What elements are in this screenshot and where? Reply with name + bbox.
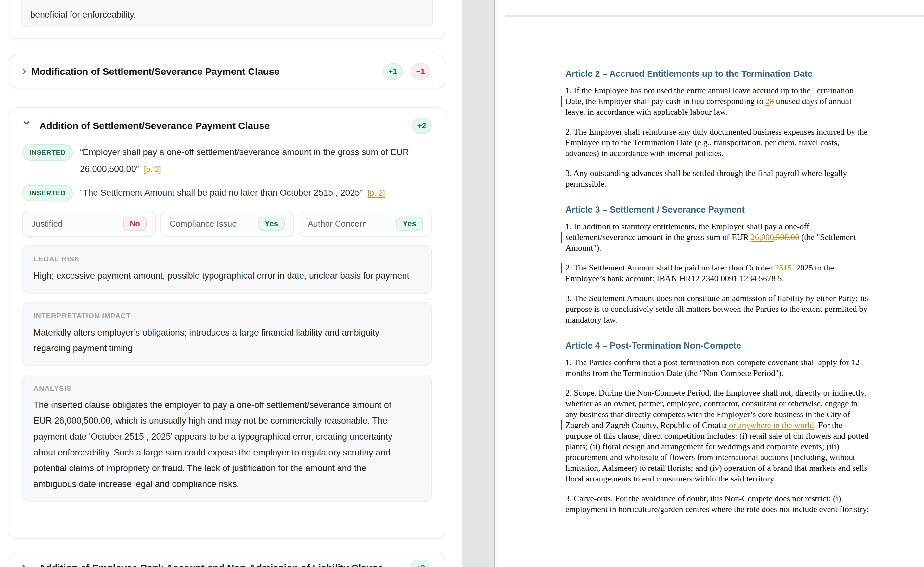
- bank-account-clause-card[interactable]: › Addition of Employee Bank Account and …: [9, 553, 446, 567]
- additions-badge: +2: [411, 560, 430, 567]
- article-3-paragraph-2: 2. The Settlement Amount shall be paid n…: [566, 262, 869, 284]
- change-bar: [561, 96, 562, 107]
- inserted-quote: “Employer shall pay a one-off settlement…: [80, 144, 432, 178]
- legal-risk-section: LEGAL RISK High; excessive payment amoun…: [22, 245, 432, 293]
- deleted-text: ,500.00: [774, 232, 799, 242]
- section-body: The inserted clause obligates the employ…: [33, 397, 410, 492]
- article-3-paragraph-1: 1. In addition to statutory entitlements…: [566, 221, 869, 253]
- flag-compliance-issue: Compliance Issue Yes: [160, 211, 294, 237]
- doc-text: 2. The Settlement Amount shall be paid n…: [566, 263, 775, 272]
- section-heading: LEGAL RISK: [33, 255, 421, 263]
- quote-text: “The Settlement Amount shall be paid no …: [80, 188, 363, 198]
- page-link[interactable]: [p. 2]: [368, 189, 385, 197]
- inserted-quote: “The Settlement Amount shall be paid no …: [80, 184, 385, 202]
- card-title: Addition of Settlement/Severance Payment…: [39, 120, 405, 131]
- document-page: Article 2 – Accrued Entitlements up to t…: [566, 17, 869, 524]
- inserted-badge: INSERTED: [22, 144, 73, 161]
- section-heading: INTERPRETATION IMPACT: [33, 312, 421, 320]
- inserted-quote-row: INSERTED “Employer shall pay a one-off s…: [22, 144, 432, 178]
- article-2-heading: Article 2 – Accrued Entitlements up to t…: [566, 68, 869, 79]
- inserted-quote-row: INSERTED “The Settlement Amount shall be…: [22, 184, 432, 202]
- document-panel[interactable]: Article 2 – Accrued Entitlements up to t…: [495, 0, 924, 567]
- change-bar: [561, 232, 562, 242]
- article-3-paragraph-3: 3. The Settlement Amount does not consti…: [566, 293, 869, 325]
- flag-author-concern: Author Concern Yes: [298, 211, 432, 237]
- change-count-badges: +1 −1: [383, 63, 430, 80]
- flag-justified: Justified No: [22, 211, 156, 237]
- article-4-paragraph-2: 2. Scope. During the Non-Compete Period,…: [566, 388, 869, 484]
- deletions-badge: −1: [411, 63, 430, 80]
- app-root: beneficial for enforceability. › Modific…: [0, 0, 924, 567]
- inserted-text: or anywhere in the world: [727, 420, 814, 430]
- article-4-paragraph-3: 3. Carve-outs. For the avoidance of doub…: [566, 493, 869, 515]
- inserted-badge: INSERTED: [22, 185, 73, 201]
- quote-text: “Employer shall pay a one-off settlement…: [80, 147, 409, 174]
- inserted-text: 26,000: [750, 232, 774, 242]
- page-boundary: [504, 15, 924, 17]
- card-header[interactable]: › Addition of Settlement/Severance Payme…: [22, 118, 432, 134]
- change-bar: [561, 420, 562, 430]
- assessment-flags: Justified No Compliance Issue Yes Author…: [22, 211, 432, 237]
- section-heading: ANALYSIS: [33, 384, 421, 393]
- flag-value-badge: No: [123, 217, 147, 231]
- flag-label: Compliance Issue: [170, 219, 237, 229]
- chevron-right-icon[interactable]: ›: [22, 64, 32, 77]
- inserted-text: 2: [765, 96, 770, 106]
- analysis-note-text: beneficial for enforceability.: [30, 10, 424, 20]
- article-2-paragraph-3: 3. Any outstanding advances shall be set…: [566, 168, 869, 189]
- flag-value-badge: Yes: [258, 217, 285, 231]
- analysis-section: ANALYSIS The inserted clause obligates t…: [22, 374, 432, 502]
- article-4-heading: Article 4 – Post-Termination Non-Compete: [566, 340, 869, 351]
- flag-label: Justified: [32, 219, 62, 229]
- deleted-text: 8: [770, 96, 774, 106]
- deleted-text: 15: [783, 263, 792, 272]
- doc-text: . For the purpose of this clause, direct…: [566, 420, 869, 483]
- article-4-paragraph-1: 1. The Parties confirm that a post-termi…: [566, 357, 869, 378]
- additions-badge: +1: [383, 63, 402, 80]
- panel-resize-gutter[interactable]: [462, 0, 495, 567]
- addition-clause-card: › Addition of Settlement/Severance Payme…: [9, 107, 446, 539]
- change-bar: [561, 263, 562, 273]
- card-title: Addition of Employee Bank Account and No…: [39, 562, 404, 567]
- analysis-note-box: beneficial for enforceability.: [21, 0, 433, 27]
- article-2-paragraph-1: 1. If the Employee has not used the enti…: [566, 85, 869, 117]
- chevron-down-icon[interactable]: ›: [21, 120, 34, 130]
- article-3-heading: Article 3 – Settlement / Severance Payme…: [566, 204, 869, 215]
- card-title: Modification of Settlement/Severance Pay…: [32, 66, 383, 77]
- additions-badge: +2: [412, 118, 432, 134]
- page-link[interactable]: [p. 2]: [144, 165, 161, 174]
- modification-clause-card[interactable]: › Modification of Settlement/Severance P…: [9, 55, 446, 89]
- analysis-panel: beneficial for enforceability. › Modific…: [0, 0, 462, 567]
- article-2-paragraph-2: 2. The Employer shall reimburse any duly…: [566, 126, 869, 159]
- flag-value-badge: Yes: [396, 217, 423, 231]
- section-body: Materially alters employer’s obligations…: [33, 325, 410, 356]
- interpretation-impact-section: INTERPRETATION IMPACT Materially alters …: [22, 302, 432, 366]
- inserted-text: 25: [775, 263, 783, 272]
- chevron-right-icon[interactable]: ›: [22, 560, 32, 567]
- analysis-card-partial: beneficial for enforceability.: [9, 0, 446, 39]
- flag-label: Author Concern: [308, 219, 367, 229]
- section-body: High; excessive payment amount, possible…: [33, 268, 410, 284]
